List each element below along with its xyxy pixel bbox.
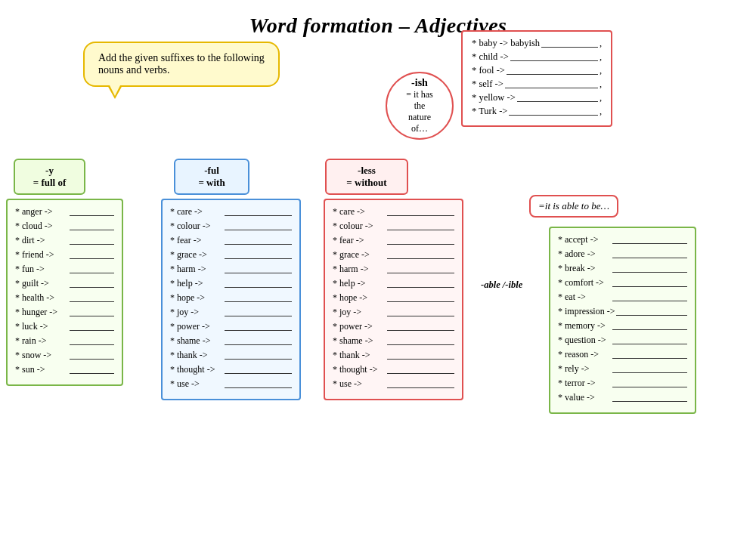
answer-line xyxy=(225,359,292,360)
word-label: * power -> xyxy=(333,321,386,332)
word-label: * health -> xyxy=(15,292,68,304)
answer-line xyxy=(225,344,292,345)
list-item: * grace -> xyxy=(333,249,454,261)
word-label: * thought -> xyxy=(170,364,223,375)
word-label: * terror -> xyxy=(558,378,611,389)
answer-line xyxy=(225,258,292,259)
answer-line xyxy=(225,273,292,273)
answer-line xyxy=(387,273,454,273)
list-item: * fear -> xyxy=(333,235,454,246)
list-item: * fun -> xyxy=(15,264,114,275)
list-item: * harm -> xyxy=(333,264,454,275)
word-label: * comfort -> xyxy=(558,277,611,289)
suffix-y-label: -y = full of xyxy=(14,159,85,195)
list-item: * help -> xyxy=(170,278,292,289)
word-label: * eat -> xyxy=(558,292,611,303)
list-item: * joy -> xyxy=(170,307,292,318)
answer-line xyxy=(70,373,114,374)
list-item: * snow -> xyxy=(15,350,114,361)
answer-line xyxy=(387,301,454,302)
suffix-ful-label: -ful = with xyxy=(174,159,249,195)
word-label: * accept -> xyxy=(558,234,611,245)
answer-line xyxy=(612,387,687,387)
answer-line xyxy=(70,215,114,216)
answer-line xyxy=(225,230,292,230)
word-label: * use -> xyxy=(333,378,386,390)
list-item: * hunger -> xyxy=(15,307,114,318)
answer-line xyxy=(387,330,454,331)
suffix-y-text: -y xyxy=(23,165,76,177)
list-item: * thank -> xyxy=(170,350,292,361)
ish-item-4: * self -> , xyxy=(472,79,602,90)
word-label: * shame -> xyxy=(170,335,223,347)
able-desc-text: =it is able to be… xyxy=(538,200,609,211)
word-label: * guilt -> xyxy=(15,278,68,289)
answer-line xyxy=(387,387,454,388)
word-label: * care -> xyxy=(333,206,386,218)
list-item: * shame -> xyxy=(170,335,292,347)
page-title: Word formation – Adjectives xyxy=(0,0,756,44)
word-label: * help -> xyxy=(333,278,386,289)
answer-line xyxy=(70,273,114,273)
list-item: * value -> xyxy=(558,392,687,403)
list-item: * adore -> xyxy=(558,248,687,260)
word-label: * adore -> xyxy=(558,248,611,260)
suffix-ful-text: -ful xyxy=(183,165,240,177)
ish-line4: of… xyxy=(411,123,428,134)
ish-comma-2: , xyxy=(600,51,602,63)
ish-word-5: * yellow -> xyxy=(472,92,516,103)
answer-line xyxy=(387,316,454,316)
answer-line xyxy=(70,359,114,360)
answer-line xyxy=(225,316,292,316)
answer-line xyxy=(70,330,114,331)
ish-bubble: -ish = it has the nature of… xyxy=(386,72,454,140)
word-label: * rain -> xyxy=(15,335,68,347)
list-item: * luck -> xyxy=(15,321,114,332)
answer-line xyxy=(612,286,687,287)
answer-line xyxy=(70,287,114,288)
word-label: * friend -> xyxy=(15,249,68,261)
answer-line xyxy=(387,230,454,230)
instruction-text: Add the given suffixes to the following … xyxy=(98,52,265,76)
ish-comma-6: , xyxy=(600,106,602,117)
ish-line-1 xyxy=(541,47,598,48)
word-label: * sun -> xyxy=(15,364,68,375)
ish-line-3 xyxy=(507,74,598,75)
list-item: * memory -> xyxy=(558,320,687,332)
word-label: * fear -> xyxy=(170,235,223,246)
suffix-y-meaning: = full of xyxy=(23,177,76,189)
ish-line-6 xyxy=(509,115,598,116)
word-label: * shame -> xyxy=(333,335,386,347)
list-item: * joy -> xyxy=(333,307,454,318)
word-label: * impression -> xyxy=(558,306,615,317)
word-label: * joy -> xyxy=(333,307,386,318)
word-label: * fear -> xyxy=(333,235,386,246)
ish-item-5: * yellow -> , xyxy=(472,92,602,103)
word-label: * power -> xyxy=(170,321,223,332)
answer-line xyxy=(612,372,687,373)
ish-word-1: * baby -> babyish xyxy=(472,38,540,49)
answer-line xyxy=(387,344,454,345)
list-item: * terror -> xyxy=(558,378,687,389)
list-item: * colour -> xyxy=(170,221,292,232)
word-label: * colour -> xyxy=(170,221,223,232)
ish-item-1: * baby -> babyish , xyxy=(472,38,602,49)
answer-line xyxy=(612,329,687,330)
list-less: * care ->* colour ->* fear ->* grace ->*… xyxy=(324,199,463,400)
word-label: * joy -> xyxy=(170,307,223,318)
answer-line xyxy=(225,301,292,302)
ish-item-6: * Turk -> , xyxy=(472,106,602,117)
word-label: * break -> xyxy=(558,263,611,274)
word-label: * help -> xyxy=(170,278,223,289)
list-item: * fear -> xyxy=(170,235,292,246)
list-item: * guilt -> xyxy=(15,278,114,289)
list-item: * care -> xyxy=(170,206,292,218)
list-item: * thought -> xyxy=(170,364,292,375)
word-label: * dirt -> xyxy=(15,235,68,246)
suffix-less-text: -less xyxy=(334,165,399,177)
ish-line2: the xyxy=(414,100,426,112)
word-label: * question -> xyxy=(558,335,611,346)
ish-comma-5: , xyxy=(600,92,602,103)
suffix-ful-meaning: = with xyxy=(183,177,240,189)
able-label: -able /-ible xyxy=(481,279,522,291)
